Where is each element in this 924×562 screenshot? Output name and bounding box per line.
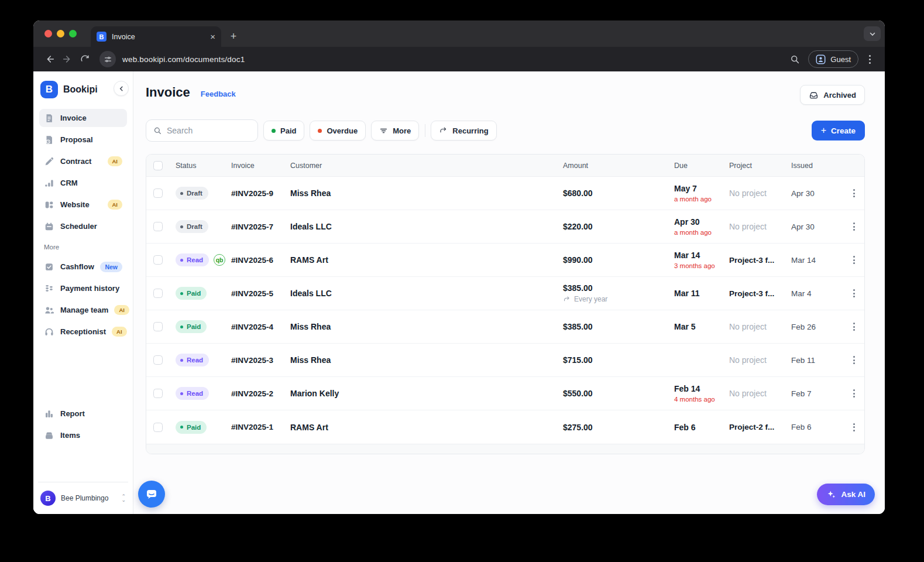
status-dot-icon xyxy=(180,259,183,262)
amount-cell: $220.00 xyxy=(559,222,671,231)
filter-chip-paid[interactable]: Paid xyxy=(263,121,304,140)
row-checkbox[interactable] xyxy=(153,255,163,265)
filter-bar: Paid Overdue More Recurrin xyxy=(146,119,865,142)
tab-search-chevron-icon[interactable] xyxy=(864,26,881,41)
table-row[interactable]: Read#INV2025-3Miss Rhea$715.00No project… xyxy=(146,344,864,377)
due-cell: Mar 143 months ago xyxy=(671,251,726,269)
sidebar-item-invoice[interactable]: Invoice xyxy=(39,109,127,127)
sidebar-collapse-button[interactable] xyxy=(114,81,129,96)
row-menu-icon[interactable] xyxy=(847,323,861,331)
issued-date: Feb 26 xyxy=(788,323,843,331)
row-menu-icon[interactable] xyxy=(847,356,861,364)
table-row[interactable]: Paid#INV2025-4Miss Rhea$385.00Mar 5No pr… xyxy=(146,310,864,344)
row-menu-icon[interactable] xyxy=(847,222,861,231)
url-text[interactable]: web.bookipi.com/documents/doc1 xyxy=(122,55,245,64)
browser-toolbar: web.bookipi.com/documents/doc1 Guest xyxy=(33,47,885,71)
table-row[interactable]: Draft#INV2025-9Miss Rhea$680.00May 7a mo… xyxy=(146,177,864,210)
project-cell: Project-2 f... xyxy=(726,423,788,431)
customer-name: RAMS Art xyxy=(287,255,559,265)
forward-icon[interactable] xyxy=(59,50,76,68)
amount-value: $385.00 xyxy=(563,283,671,293)
close-window-button[interactable] xyxy=(44,30,52,37)
sidebar-item-receptionist[interactable]: ReceptionistAI xyxy=(39,323,127,341)
status-dot-icon xyxy=(180,426,183,429)
feedback-link[interactable]: Feedback xyxy=(201,90,236,98)
sidebar-item-label: Items xyxy=(60,431,122,440)
search-icon xyxy=(153,126,162,135)
sidebar-item-contract[interactable]: ContractAI xyxy=(39,152,127,170)
sidebar-item-website[interactable]: WebsiteAI xyxy=(39,196,127,214)
sidebar-item-manage-team[interactable]: Manage teamAI xyxy=(39,301,127,319)
status-badge: Read xyxy=(176,387,209,400)
customer-name: Ideals LLC xyxy=(287,222,559,231)
table-row[interactable]: Read#INV2025-2Marion Kelly$550.00Feb 144… xyxy=(146,377,864,410)
amount-value: $550.00 xyxy=(563,389,671,398)
due-cell: Mar 11 xyxy=(671,289,726,298)
row-menu-icon[interactable] xyxy=(847,423,861,431)
issued-date: Mar 4 xyxy=(788,289,843,298)
sidebar-item-label: Receptionist xyxy=(60,327,106,336)
new-tab-button[interactable]: + xyxy=(226,29,241,43)
chevron-updown-icon: ⌃⌄ xyxy=(121,495,126,502)
tab-title: Invoice xyxy=(112,33,205,41)
create-button[interactable]: + Create xyxy=(812,121,865,140)
row-menu-icon[interactable] xyxy=(847,289,861,297)
table-row[interactable]: Draft#INV2025-7Ideals LLC$220.00Apr 30a … xyxy=(146,210,864,244)
due-date: Feb 6 xyxy=(674,423,726,432)
sidebar: B Bookipi InvoiceProposalContractAICRMWe… xyxy=(33,71,133,514)
sidebar-item-scheduler[interactable]: Scheduler xyxy=(39,217,127,235)
workspace-switcher[interactable]: B Bee Plumbingo ⌃⌄ xyxy=(39,482,127,507)
status-badge: Draft xyxy=(176,187,208,200)
row-checkbox[interactable] xyxy=(153,423,163,432)
row-checkbox[interactable] xyxy=(153,322,163,331)
row-checkbox[interactable] xyxy=(153,355,163,365)
amount-cell: $385.00Every year xyxy=(559,283,671,303)
table-row[interactable]: Paid#INV2025-1RAMS Art$275.00Feb 6Projec… xyxy=(146,410,864,444)
sidebar-item-items[interactable]: Items xyxy=(39,426,127,444)
table-row[interactable]: Paid#INV2025-5Ideals LLC$385.00Every yea… xyxy=(146,277,864,310)
filter-chip-more[interactable]: More xyxy=(371,121,419,140)
minimize-window-button[interactable] xyxy=(57,30,64,37)
filter-chip-recurring[interactable]: Recurring xyxy=(431,121,496,140)
browser-tab[interactable]: B Invoice × xyxy=(91,26,221,47)
issued-date: Apr 30 xyxy=(788,189,843,198)
sidebar-item-cashflow[interactable]: CashflowNew xyxy=(39,258,127,276)
amount-cell: $680.00 xyxy=(559,189,671,198)
search-box[interactable] xyxy=(146,119,258,142)
reload-icon[interactable] xyxy=(76,50,94,68)
messenger-fab[interactable] xyxy=(138,481,165,508)
back-icon[interactable] xyxy=(41,50,59,68)
amount-value: $275.00 xyxy=(563,423,671,432)
browser-menu-icon[interactable] xyxy=(862,55,877,64)
table-row[interactable]: Readqb#INV2025-6RAMS Art$990.00Mar 143 m… xyxy=(146,244,864,277)
site-settings-icon[interactable] xyxy=(99,51,116,67)
project-cell: No project xyxy=(726,355,788,365)
zoom-search-icon[interactable] xyxy=(786,50,803,68)
row-checkbox[interactable] xyxy=(153,389,163,398)
report-icon xyxy=(44,409,54,419)
sidebar-gap xyxy=(39,448,127,482)
sidebar-item-proposal[interactable]: Proposal xyxy=(39,131,127,149)
status-badge: Draft xyxy=(176,220,208,233)
ask-ai-button[interactable]: Ask AI xyxy=(817,484,875,505)
archived-button[interactable]: Archived xyxy=(800,85,865,105)
bookipi-logo-icon: B xyxy=(40,81,58,98)
row-menu-icon[interactable] xyxy=(847,189,861,197)
sidebar-item-report[interactable]: Report xyxy=(39,405,127,423)
filter-chip-overdue[interactable]: Overdue xyxy=(310,121,366,140)
select-all-checkbox[interactable] xyxy=(153,161,163,170)
maximize-window-button[interactable] xyxy=(69,30,77,37)
profile-button[interactable]: Guest xyxy=(808,50,858,68)
table-body: Draft#INV2025-9Miss Rhea$680.00May 7a mo… xyxy=(146,177,864,444)
sidebar-item-crm[interactable]: CRM xyxy=(39,174,127,192)
row-menu-icon[interactable] xyxy=(847,256,861,264)
sidebar-item-payment-history[interactable]: Payment history xyxy=(39,279,127,297)
search-input[interactable] xyxy=(167,126,250,135)
row-checkbox[interactable] xyxy=(153,289,163,298)
row-checkbox[interactable] xyxy=(153,222,163,231)
tab-close-icon[interactable]: × xyxy=(210,32,215,41)
row-menu-icon[interactable] xyxy=(847,389,861,397)
scheduler-icon xyxy=(44,221,54,232)
workspace-name: Bee Plumbingo xyxy=(61,494,116,502)
row-checkbox[interactable] xyxy=(153,189,163,198)
